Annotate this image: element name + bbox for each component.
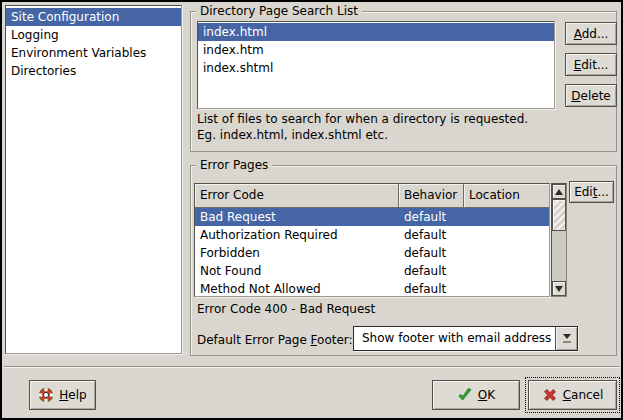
error-pages-table: Error Code Behavior Location Bad Request… (194, 183, 550, 297)
sidebar-item-directories[interactable]: Directories (6, 62, 181, 80)
error-pages-table-header: Error Code Behavior Location (195, 184, 549, 208)
help-button-label: Help (59, 388, 86, 402)
error-pages-scrollbar[interactable] (551, 183, 567, 297)
directory-page-search-list-group: Directory Page Search List index.html in… (190, 11, 617, 152)
group-title-error-pages: Error Pages (196, 158, 272, 173)
table-row-forbidden[interactable]: Forbidden default (195, 244, 549, 262)
cancel-button-label: Cancel (563, 388, 604, 402)
add-button[interactable]: Add... (565, 22, 617, 45)
delete-button-label: Delete (571, 89, 610, 103)
scrollbar-thumb[interactable] (552, 199, 566, 231)
add-button-label: Add... (574, 27, 609, 41)
default-error-page-footer-label: Default Error Page Footer: (197, 333, 353, 348)
table-row-bad-request[interactable]: Bad Request default (195, 208, 549, 226)
file-list-item-index-html[interactable]: index.html (198, 23, 554, 41)
column-header-error-code[interactable]: Error Code (195, 184, 399, 208)
scrollbar-up-button[interactable] (552, 184, 566, 199)
chevron-down-icon (563, 334, 571, 339)
sidebar-item-site-configuration[interactable]: Site Configuration (6, 8, 181, 26)
file-list-item-index-shtml[interactable]: index.shtml (198, 59, 554, 77)
error-pages-group: Error Pages Error Code Behavior Location… (190, 165, 617, 356)
scroll-up-icon (555, 189, 563, 195)
ok-checkmark-icon (457, 387, 473, 403)
section-list: Site Configuration Logging Environment V… (5, 5, 182, 354)
combo-dropdown-button[interactable] (555, 327, 577, 350)
default-error-page-footer-select[interactable]: Show footer with email address (353, 326, 578, 351)
ok-button[interactable]: OK (432, 380, 520, 410)
footer-select-value: Show footer with email address (354, 327, 555, 350)
error-code-status-text: Error Code 400 - Bad Request (197, 302, 375, 317)
http-server-configuration-dialog: Site Configuration Logging Environment V… (0, 0, 623, 420)
directory-list-description-line1: List of files to search for when a direc… (197, 112, 528, 127)
column-header-location[interactable]: Location (464, 184, 549, 208)
directory-list-description-line2: Eg. index.html, index.shtml etc. (197, 128, 388, 143)
directory-file-list: index.html index.htm index.shtml (197, 21, 555, 109)
button-area-separator (4, 366, 619, 368)
cancel-x-icon (542, 387, 558, 403)
scrollbar-down-button[interactable] (552, 281, 566, 296)
combo-indicator-bar (563, 341, 571, 343)
table-row-authorization-required[interactable]: Authorization Required default (195, 226, 549, 244)
table-row-method-not-allowed[interactable]: Method Not Allowed default (195, 280, 549, 298)
column-header-behavior[interactable]: Behavior (399, 184, 464, 208)
edit-file-button-label: Edit... (574, 58, 609, 72)
table-row-not-found[interactable]: Not Found default (195, 262, 549, 280)
scroll-down-icon (555, 286, 563, 292)
help-lifebuoy-icon (38, 387, 54, 403)
sidebar-item-logging[interactable]: Logging (6, 26, 181, 44)
edit-error-page-button-label: Edit... (574, 185, 609, 199)
sidebar-item-environment-variables[interactable]: Environment Variables (6, 44, 181, 62)
cancel-button[interactable]: Cancel (528, 380, 617, 410)
group-title-directory-page-search-list: Directory Page Search List (196, 4, 362, 19)
file-list-item-index-htm[interactable]: index.htm (198, 41, 554, 59)
delete-button[interactable]: Delete (565, 84, 617, 107)
edit-error-page-button[interactable]: Edit... (569, 181, 614, 203)
help-button[interactable]: Help (29, 380, 96, 410)
ok-button-label: OK (478, 388, 495, 402)
edit-file-button[interactable]: Edit... (565, 53, 617, 76)
